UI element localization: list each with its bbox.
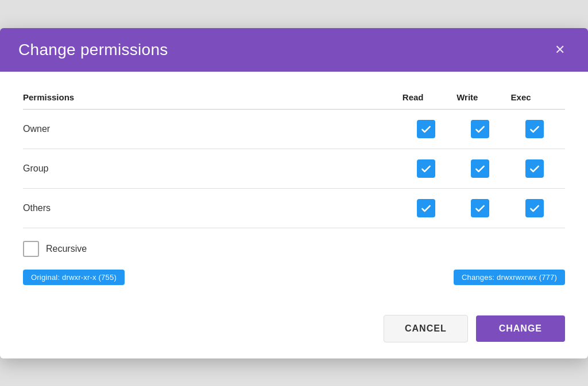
row-exec-cell [511, 149, 565, 188]
table-row: Owner [23, 109, 565, 149]
cancel-button[interactable]: CANCEL [384, 315, 468, 342]
write-checkbox[interactable] [471, 120, 489, 138]
close-button[interactable]: ✕ [550, 41, 570, 59]
col-header-exec: Exec [511, 88, 565, 110]
row-label: Group [23, 149, 403, 188]
recursive-checkbox[interactable] [23, 241, 39, 257]
recursive-label: Recursive [46, 244, 87, 254]
write-checkbox[interactable] [471, 199, 489, 217]
exec-checkbox[interactable] [525, 199, 544, 217]
changes-badge: Changes: drwxrwxrwx (777) [454, 270, 565, 285]
permissions-table: Permissions Read Write Exec Owner Group [23, 88, 565, 228]
change-permissions-dialog: Change permissions ✕ Permissions Read Wr… [0, 28, 588, 358]
exec-checkbox[interactable] [525, 159, 544, 178]
table-row: Others [23, 188, 565, 228]
change-button[interactable]: CHANGE [476, 315, 565, 342]
dialog-body: Permissions Read Write Exec Owner Group [0, 72, 588, 315]
badges-row: Original: drwxr-xr-x (755) Changes: drwx… [23, 270, 565, 285]
col-header-permissions: Permissions [23, 88, 403, 110]
write-checkbox[interactable] [471, 159, 489, 178]
row-write-cell [457, 109, 510, 149]
row-exec-cell [511, 109, 565, 149]
row-label: Others [23, 188, 403, 228]
dialog-title: Change permissions [18, 41, 168, 59]
col-header-read: Read [403, 88, 457, 110]
original-badge: Original: drwxr-xr-x (755) [23, 270, 125, 285]
row-read-cell [403, 149, 457, 188]
exec-checkbox[interactable] [525, 120, 544, 138]
row-write-cell [457, 188, 510, 228]
dialog-footer: CANCEL CHANGE [0, 315, 588, 358]
read-checkbox[interactable] [417, 120, 435, 138]
recursive-row: Recursive [23, 241, 565, 257]
row-read-cell [403, 188, 457, 228]
read-checkbox[interactable] [417, 199, 435, 217]
row-read-cell [403, 109, 457, 149]
table-row: Group [23, 149, 565, 188]
col-header-write: Write [457, 88, 510, 110]
dialog-header: Change permissions ✕ [0, 28, 588, 72]
row-label: Owner [23, 109, 403, 149]
read-checkbox[interactable] [417, 159, 435, 178]
row-exec-cell [511, 188, 565, 228]
row-write-cell [457, 149, 510, 188]
